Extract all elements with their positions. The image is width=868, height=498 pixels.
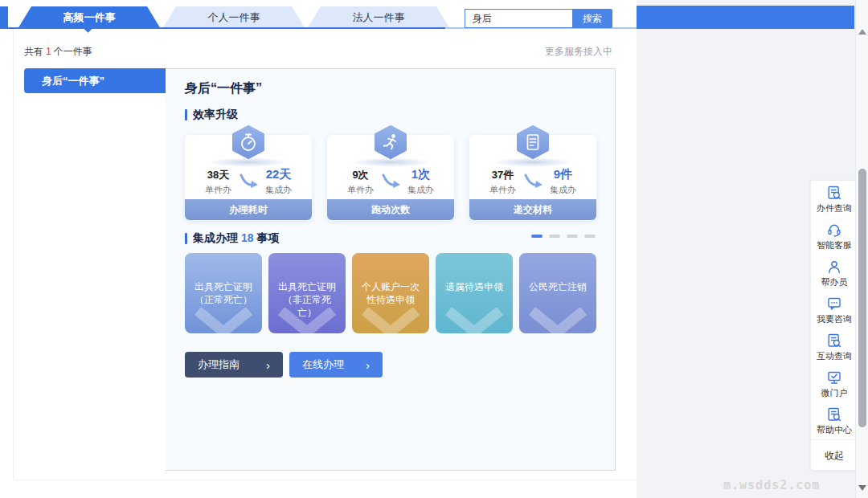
stopwatch-icon	[230, 125, 267, 159]
left-edge-tab-fragment	[0, 6, 8, 29]
quickbar-label: 帮办员	[821, 276, 848, 288]
quickbar-item-consult[interactable]: 我要咨询	[811, 292, 858, 329]
collapse-button[interactable]: 收起	[811, 439, 858, 470]
stat-footer-processing-time[interactable]: 办理耗时	[185, 199, 312, 220]
quickbar-item-interactive-query[interactable]: 互动查询	[811, 329, 858, 365]
service-label: 遗属待遇申领	[436, 280, 513, 293]
heading-accent-bar	[185, 109, 187, 120]
sidebar-item-after-death[interactable]: 身后“一件事”	[24, 68, 166, 93]
stat-card-processing-time: 38天 单件办 22天 集成办 办理耗时	[185, 135, 312, 220]
service-card-survivor-benefit[interactable]: 遗属待遇申领	[436, 253, 513, 333]
before-value: 37件	[489, 168, 516, 182]
integration-heading-suffix: 事项	[257, 231, 280, 244]
service-card-death-cert-normal[interactable]: 出具死亡证明（正常死亡）	[185, 253, 262, 333]
heading-accent-bar	[185, 233, 187, 244]
service-label: 出具死亡证明（正常死亡）	[185, 280, 262, 306]
quickbar-item-helper[interactable]: 帮办员	[811, 255, 858, 292]
result-count: 共有1个一件事	[24, 45, 92, 59]
after-value: 9件	[550, 167, 576, 182]
scroll-down-arrow-icon[interactable]	[858, 485, 866, 491]
tab-legal-entity[interactable]: 法人一件事	[307, 6, 450, 29]
carousel-dots	[531, 235, 596, 238]
after-value: 1次	[407, 167, 434, 182]
carousel-dot-3[interactable]	[567, 235, 578, 238]
swoosh-arrow-icon	[380, 173, 401, 192]
quick-action-sidebar: 办件查询 智能客服 帮办员 我要咨询	[810, 180, 858, 471]
check-chevron-icon	[273, 308, 341, 333]
detail-panel: 身后“一件事” 效率升级 38	[166, 68, 616, 471]
tab-personal[interactable]: 个人一件事	[162, 6, 305, 29]
more-services-note: 更多服务接入中	[466, 45, 612, 59]
count-suffix: 个一件事	[54, 46, 92, 57]
after-value: 22天	[265, 167, 292, 182]
count-number: 1	[43, 46, 54, 57]
headset-icon	[826, 222, 842, 238]
scrollbar-thumb[interactable]	[858, 169, 866, 427]
before-value: 38天	[205, 168, 231, 182]
count-prefix: 共有	[24, 46, 43, 57]
quickbar-label: 帮助中心	[817, 424, 852, 436]
service-card-citizen-death-deregister[interactable]: 公民死亡注销	[519, 253, 596, 333]
stat-footer-trips[interactable]: 跑动次数	[327, 199, 454, 220]
service-label: 个人账户一次性待遇申领	[352, 280, 429, 306]
after-label: 集成办	[407, 184, 434, 196]
efficiency-section-heading: 效率升级	[185, 108, 238, 122]
quickbar-item-micro-portal[interactable]: 微门户	[811, 365, 858, 402]
after-label: 集成办	[265, 184, 292, 196]
guide-button[interactable]: 办理指南 ›	[185, 352, 283, 378]
service-card-death-cert-abnormal[interactable]: 出具死亡证明（非正常死亡）	[268, 253, 346, 333]
document-icon	[514, 125, 551, 159]
check-chevron-icon	[190, 308, 257, 333]
efficiency-heading-text: 效率升级	[193, 108, 238, 122]
doc-search-icon	[826, 333, 842, 349]
online-handle-button-label: 在线办理	[302, 357, 344, 372]
search-input[interactable]	[465, 10, 572, 27]
check-chevron-icon	[357, 308, 424, 333]
watermark: m.wsdds2.com	[723, 478, 855, 492]
chevron-right-icon: ›	[266, 359, 270, 371]
person-icon	[826, 259, 842, 275]
doc-search-icon	[826, 406, 842, 422]
before-label: 单件办	[489, 184, 516, 196]
quickbar-label: 办件查询	[817, 202, 852, 214]
swoosh-arrow-icon	[238, 173, 259, 192]
stat-values-row: 38天 单件办 22天 集成办	[185, 167, 312, 196]
online-handle-button[interactable]: 在线办理 ›	[289, 352, 383, 378]
stat-footer-materials[interactable]: 递交材料	[469, 199, 596, 220]
chat-icon	[826, 296, 842, 312]
quickbar-item-smart-service[interactable]: 智能客服	[811, 218, 858, 255]
guide-button-label: 办理指南	[198, 357, 240, 372]
carousel-dot-1[interactable]	[531, 235, 542, 238]
page: 高频一件事 个人一件事 法人一件事 搜索 共有1个一件事 更多服务接入中 身后“…	[0, 0, 868, 498]
stat-values-row: 9次 单件办 1次 集成办	[327, 167, 454, 196]
quickbar-item-help-center[interactable]: 帮助中心	[811, 402, 858, 439]
service-card-account-benefit[interactable]: 个人账户一次性待遇申领	[352, 253, 429, 333]
stat-values-row: 37件 单件办 9件 集成办	[469, 167, 596, 196]
doc-search-icon	[826, 185, 842, 201]
search-box[interactable]	[465, 9, 572, 28]
quickbar-label: 微门户	[821, 387, 848, 399]
vertical-scrollbar[interactable]	[855, 0, 868, 498]
before-label: 单件办	[205, 184, 231, 196]
service-label: 公民死亡注销	[519, 280, 596, 293]
chevron-right-icon: ›	[366, 359, 370, 371]
stat-card-trips: 9次 单件办 1次 集成办 跑动次数	[327, 135, 454, 220]
before-value: 9次	[347, 168, 374, 182]
main-content-area: 高频一件事 个人一件事 法人一件事 搜索 共有1个一件事 更多服务接入中 身后“…	[0, 0, 637, 498]
swoosh-arrow-icon	[522, 173, 543, 192]
check-chevron-icon	[524, 308, 592, 333]
carousel-dot-4[interactable]	[584, 235, 596, 238]
after-label: 集成办	[550, 184, 576, 196]
quickbar-label: 互动查询	[817, 350, 852, 362]
integration-count: 18	[238, 231, 257, 244]
stat-card-materials: 37件 单件办 9件 集成办 递交材料	[469, 135, 596, 220]
check-chevron-icon	[440, 308, 508, 333]
quickbar-item-case-query[interactable]: 办件查询	[811, 181, 858, 218]
top-right-blue-banner	[637, 6, 854, 29]
panel-title: 身后“一件事”	[185, 80, 262, 97]
scroll-up-arrow-icon[interactable]	[858, 29, 866, 35]
integration-section-heading: 集成办理18事项	[185, 231, 280, 246]
integration-heading-prefix: 集成办理	[193, 231, 238, 244]
carousel-dot-2[interactable]	[549, 235, 560, 238]
search-button[interactable]: 搜索	[572, 9, 612, 28]
